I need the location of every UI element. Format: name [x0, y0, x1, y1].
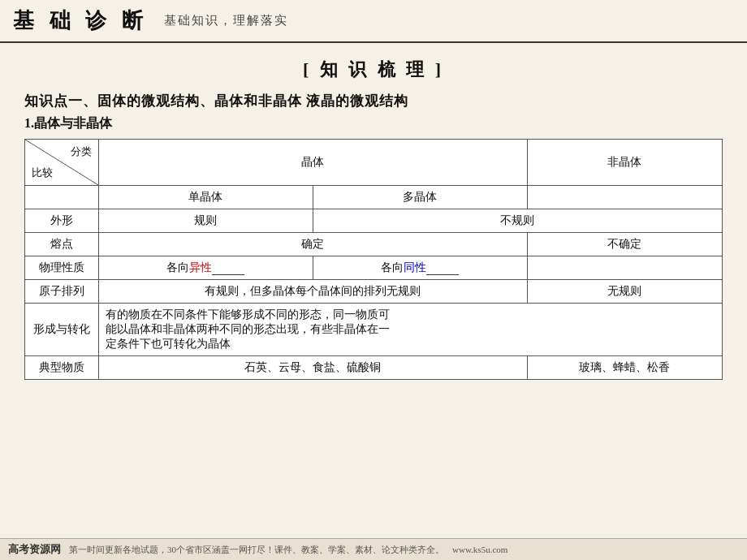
page-header: 基 础 诊 断 基础知识，理解落实 [0, 0, 747, 43]
melting-crystal: 确定 [99, 233, 528, 256]
table-row: 物理性质 各向异性 各向同性 [25, 256, 723, 280]
footer-text: 第一时间更新各地试题，30个省市区涵盖一网打尽！课件、教案、学案、素材、论文种类… [69, 544, 444, 556]
isotropy-label: 同性 [404, 261, 426, 274]
table-row: 熔点 确定 不确定 [25, 233, 723, 256]
table-row: 典型物质 石英、云母、食盐、硫酸铜 玻璃、蜂蜡、松香 [25, 356, 723, 380]
atomic-amorphous: 无规则 [527, 280, 722, 304]
typical-crystal: 石英、云母、食盐、硫酸铜 [99, 356, 528, 380]
footer-link: www.ks5u.com [452, 545, 507, 554]
property-typical: 典型物质 [25, 356, 99, 380]
atomic-crystal: 有规则，但多晶体每个晶体间的排列无规则 [99, 280, 528, 304]
table-row: 形成与转化 有的物质在不同条件下能够形成不同的形态，同一物质可 能以晶体和非晶体… [25, 304, 723, 356]
main-content: [ 知 识 梳 理 ] 知识点一、固体的微观结构、晶体和非晶体 液晶的微观结构 … [0, 43, 747, 380]
melting-amorphous: 不确定 [527, 233, 722, 256]
crystal-table: 分类 比较 晶体 非晶体 单晶体 多晶体 外形 规则 不规则 [24, 139, 723, 380]
formation-content: 有的物质在不同条件下能够形成不同的形态，同一物质可 能以晶体和非晶体两种不同的形… [99, 304, 723, 356]
header-empty [25, 186, 99, 209]
diagonal-top-label: 分类 [71, 144, 92, 159]
diagonal-bottom-label: 比较 [32, 166, 53, 180]
physical-single: 各向异性 [99, 256, 313, 280]
sub-title: 1.晶体与非晶体 [24, 115, 723, 132]
header-subtitle: 基础知识，理解落实 [164, 13, 288, 28]
section-bracket-title: [ 知 识 梳 理 ] [24, 58, 723, 82]
header-poly: 多晶体 [313, 186, 527, 209]
property-atomic: 原子排列 [25, 280, 99, 304]
property-melting: 熔点 [25, 233, 99, 256]
header-amorphous: 非晶体 [527, 140, 722, 186]
shape-poly-amorphous: 不规则 [313, 209, 722, 233]
property-physical: 物理性质 [25, 256, 99, 280]
physical-amorphous [527, 256, 722, 280]
property-shape: 外形 [25, 209, 99, 233]
footer-logo: 高考资源网 [8, 542, 61, 557]
shape-single: 规则 [99, 209, 313, 233]
table-header-diagonal: 分类 比较 [25, 140, 99, 186]
header-title: 基 础 诊 断 [13, 6, 148, 35]
typical-amorphous: 玻璃、蜂蜡、松香 [527, 356, 722, 380]
anisotropy-label: 异性 [189, 261, 212, 274]
header-crystal: 晶体 [99, 140, 528, 186]
page-footer: 高考资源网 第一时间更新各地试题，30个省市区涵盖一网打尽！课件、教案、学案、素… [0, 538, 747, 560]
header-amorphous2 [527, 186, 722, 209]
knowledge-point-title: 知识点一、固体的微观结构、晶体和非晶体 液晶的微观结构 [24, 92, 723, 110]
table-row: 外形 规则 不规则 [25, 209, 723, 233]
table-row: 原子排列 有规则，但多晶体每个晶体间的排列无规则 无规则 [25, 280, 723, 304]
property-formation: 形成与转化 [25, 304, 99, 356]
physical-poly: 各向同性 [313, 256, 527, 280]
header-single: 单晶体 [99, 186, 313, 209]
